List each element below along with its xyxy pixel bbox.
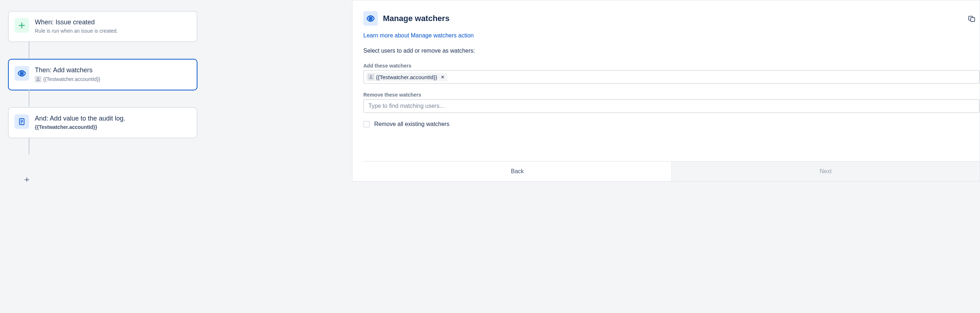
config-panel: Manage watchers Learn more about Manage … bbox=[352, 0, 980, 182]
watcher-chip: {{Testwatcher.accountId}} ✕ bbox=[366, 73, 447, 81]
card-title: Then: Add watchers bbox=[35, 66, 190, 74]
card-subtitle: {{Testwatcher.accountId}} bbox=[35, 123, 190, 131]
add-watchers-label: Add these watchers bbox=[363, 63, 980, 69]
action-card-auditlog[interactable]: And: Add value to the audit log. {{Testw… bbox=[8, 107, 197, 138]
remove-watchers-input[interactable]: Type to find matching users... bbox=[363, 99, 980, 113]
add-watchers-input[interactable]: {{Testwatcher.accountId}} ✕ bbox=[363, 70, 980, 84]
remove-all-checkbox[interactable] bbox=[363, 121, 370, 128]
svg-point-0 bbox=[21, 73, 22, 74]
maximize-icon[interactable] bbox=[965, 12, 978, 25]
svg-point-1 bbox=[37, 78, 39, 80]
card-title: And: Add value to the audit log. bbox=[35, 114, 190, 123]
chip-label: {{Testwatcher.accountId}} bbox=[376, 74, 437, 80]
plus-icon bbox=[14, 18, 29, 33]
next-button[interactable]: Next bbox=[671, 161, 980, 181]
svg-point-6 bbox=[370, 75, 372, 77]
instruction-text: Select users to add or remove as watcher… bbox=[363, 48, 980, 54]
svg-point-3 bbox=[369, 18, 371, 19]
eye-icon bbox=[363, 11, 378, 26]
watcher-value: {{Testwatcher.accountId}} bbox=[43, 75, 100, 83]
remove-placeholder: Type to find matching users... bbox=[366, 103, 444, 109]
avatar-icon bbox=[368, 74, 374, 80]
eye-icon bbox=[14, 66, 29, 81]
card-title: When: Issue created bbox=[35, 18, 190, 27]
svg-rect-5 bbox=[970, 18, 975, 21]
remove-watchers-label: Remove these watchers bbox=[363, 92, 980, 98]
avatar-icon bbox=[35, 76, 41, 82]
flow-column: When: Issue created Rule is run when an … bbox=[0, 0, 352, 182]
card-subtitle: Rule is run when an issue is created. bbox=[35, 27, 190, 35]
add-component-button[interactable] bbox=[18, 176, 35, 182]
trigger-card[interactable]: When: Issue created Rule is run when an … bbox=[8, 11, 197, 42]
back-button[interactable]: Back bbox=[363, 161, 671, 181]
panel-title: Manage watchers bbox=[383, 14, 960, 23]
document-icon bbox=[14, 114, 29, 129]
card-subtitle: {{Testwatcher.accountId}} bbox=[35, 75, 190, 83]
learn-more-link[interactable]: Learn more about Manage watchers action bbox=[363, 32, 980, 39]
action-card-watchers[interactable]: Then: Add watchers {{Testwatcher.account… bbox=[8, 59, 197, 90]
remove-all-label: Remove all existing watchers bbox=[374, 121, 449, 128]
close-icon[interactable]: ✕ bbox=[439, 74, 447, 80]
